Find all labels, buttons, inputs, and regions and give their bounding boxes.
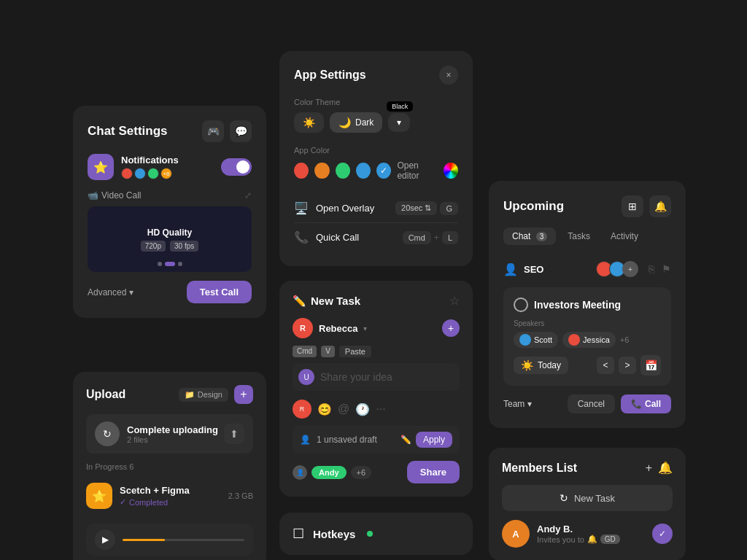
- hotkeys-title: Hotkeys: [313, 528, 355, 540]
- team-button[interactable]: Team ▾: [503, 399, 532, 409]
- bell-icon[interactable]: 🔔: [649, 195, 671, 217]
- tab-activity[interactable]: Activity: [602, 228, 647, 245]
- seo-flag-icon[interactable]: ⚑: [662, 263, 671, 275]
- task-assignee-row: R Rebecca ▾ +: [293, 318, 460, 338]
- upload-action-icon[interactable]: ⬆: [224, 424, 244, 444]
- task-user-avatar: U: [298, 369, 314, 385]
- tab-chat[interactable]: Chat 3: [503, 228, 556, 245]
- upcoming-header-icons: ⊞ 🔔: [622, 195, 671, 217]
- upload-add-button[interactable]: +: [234, 385, 253, 404]
- prev-arrow[interactable]: <: [597, 357, 614, 374]
- task-input-area[interactable]: U Share your idea: [293, 363, 460, 391]
- notif-info: Notifications +6: [121, 155, 179, 179]
- notification-icon[interactable]: 🔔: [658, 461, 673, 475]
- settings-header: App Settings ×: [294, 66, 458, 85]
- resize-icon[interactable]: ⤢: [244, 190, 252, 201]
- emoji-icon[interactable]: 😊: [317, 402, 332, 416]
- gamepad-icon[interactable]: 🎮: [202, 120, 224, 142]
- edit-icon[interactable]: ✏️: [400, 435, 411, 445]
- clock-icon[interactable]: 🕐: [355, 402, 370, 416]
- quick-call-left: 📞 Quick Call: [294, 230, 359, 244]
- pencil-icon: ✏️: [293, 295, 306, 308]
- action-buttons: Cancel 📞 Call: [568, 394, 671, 413]
- open-editor-btn[interactable]: Open editor: [397, 160, 458, 181]
- moon-icon: 🌙: [338, 117, 351, 128]
- theme-options: ☀️ 🌙 Dark Black ▾: [294, 112, 458, 133]
- file-icon: ⭐: [86, 483, 112, 509]
- advanced-row: Advanced ▾ Test Call: [88, 281, 252, 303]
- upcoming-card: Upcoming ⊞ 🔔 Chat 3 Tasks Activity 👤 SEO…: [489, 181, 686, 428]
- hd-label: HD Quality: [141, 228, 199, 238]
- draft-left: 👤 1 unsaved draft: [300, 435, 377, 445]
- notif-avatars: +6: [121, 168, 179, 179]
- upload-spinner: ↻: [95, 421, 120, 446]
- upcoming-header: Upcoming ⊞ 🔔: [503, 195, 671, 217]
- seo-label: SEO: [524, 264, 543, 275]
- test-call-button[interactable]: Test Call: [187, 281, 252, 303]
- stepper-icon: ⇅: [425, 203, 431, 212]
- phone-icon: 📞: [294, 230, 309, 244]
- assignee-chevron[interactable]: ▾: [363, 324, 367, 332]
- chat-settings-card: Chat Settings 🎮 💬 ⭐ Notifications +6 �: [73, 106, 266, 318]
- black-theme-option[interactable]: Black ▾: [388, 113, 410, 132]
- color-green[interactable]: [336, 163, 350, 179]
- color-options: ✓ Open editor: [294, 160, 458, 181]
- dark-theme-option[interactable]: 🌙 Dark: [330, 112, 382, 133]
- online-dot: [367, 531, 373, 537]
- add-member-icon[interactable]: +: [646, 462, 652, 475]
- chat-icon[interactable]: 💬: [230, 120, 252, 142]
- add-task-member[interactable]: +: [442, 319, 460, 337]
- advanced-button[interactable]: Advanced ▾: [88, 287, 133, 298]
- play-button[interactable]: ▶: [95, 529, 115, 550]
- color-check[interactable]: ✓: [376, 163, 391, 179]
- color-orange[interactable]: [314, 163, 329, 179]
- assignee-name: Rebecca: [319, 323, 357, 334]
- app-color-row: App Color ✓ Open editor: [294, 146, 458, 181]
- share-button[interactable]: Share: [407, 461, 460, 483]
- dot-2: [165, 262, 175, 266]
- apply-button[interactable]: Apply: [416, 432, 452, 448]
- new-task-row[interactable]: ↻ New Task: [502, 485, 673, 511]
- new-task-icon: ↻: [560, 492, 568, 504]
- meeting-circle: [514, 298, 528, 312]
- task-toolbar: R 😊 @ 🕐 ···: [293, 400, 460, 419]
- tab-activity-label: Activity: [611, 231, 638, 241]
- at-icon[interactable]: @: [338, 402, 349, 416]
- seo-copy-icon[interactable]: ⎘: [649, 263, 654, 275]
- next-arrow[interactable]: >: [619, 357, 636, 374]
- check-icon: ✓: [120, 497, 126, 507]
- overlay-key-g: G: [440, 202, 458, 215]
- notifications-toggle[interactable]: [221, 158, 252, 176]
- seo-right: + ⎘ ⚑: [596, 261, 671, 277]
- call-button[interactable]: 📞 Call: [621, 394, 671, 413]
- star-icon[interactable]: ☆: [449, 294, 460, 308]
- cancel-button[interactable]: Cancel: [568, 394, 615, 413]
- task-footer-left: 👤 Andy +6: [293, 465, 371, 480]
- more-icon[interactable]: ···: [376, 402, 385, 416]
- folder-icon: 📁: [185, 390, 195, 400]
- video-specs: 720p 30 fps: [141, 241, 199, 252]
- dot-3: [178, 262, 182, 266]
- light-theme-option[interactable]: ☀️: [294, 112, 324, 133]
- close-button[interactable]: ×: [439, 66, 458, 85]
- draft-right: ✏️ Apply: [400, 432, 452, 448]
- mini-avatar-3: [147, 168, 159, 179]
- speakers-label: Speakers: [514, 319, 661, 327]
- chat-settings-icons: 🎮 💬: [202, 120, 252, 142]
- task-title: ✏️ New Task: [293, 295, 360, 308]
- grid-icon[interactable]: ⊞: [622, 195, 643, 217]
- tab-tasks[interactable]: Tasks: [559, 228, 599, 245]
- upload-count: 2 files: [127, 435, 218, 444]
- color-red[interactable]: [294, 163, 309, 179]
- progress-bar: [123, 539, 244, 541]
- meeting-actions: Team ▾ Cancel 📞 Call: [503, 394, 671, 413]
- member-invite: Invites you to 🔔 GD: [537, 534, 645, 544]
- task-placeholder: Share your idea: [320, 371, 392, 383]
- seo-avatars: +: [596, 261, 638, 277]
- file-status: ✓ Completed: [120, 497, 221, 507]
- member-accept-button[interactable]: ✓: [652, 524, 673, 544]
- paste-button[interactable]: Paste: [339, 346, 371, 357]
- tab-tasks-label: Tasks: [568, 231, 590, 241]
- color-blue[interactable]: [356, 163, 371, 179]
- calendar-icon[interactable]: 📅: [640, 355, 661, 376]
